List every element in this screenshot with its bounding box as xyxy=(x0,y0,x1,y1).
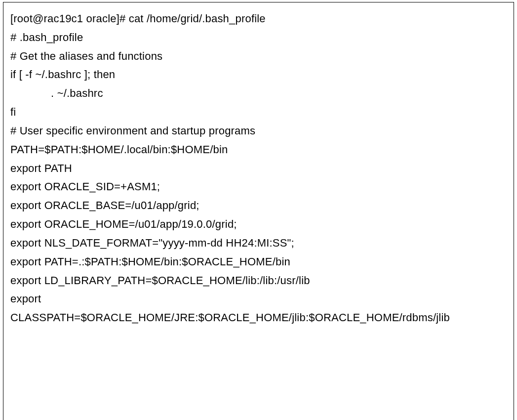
terminal-line: # Get the aliases and functions xyxy=(10,47,507,66)
terminal-line: export LD_LIBRARY_PATH=$ORACLE_HOME/lib:… xyxy=(10,271,507,290)
terminal-line: . ~/.bashrc xyxy=(10,84,507,103)
terminal-line: # .bash_profile xyxy=(10,28,507,47)
terminal-output-box: [root@rac19c1 oracle]# cat /home/grid/.b… xyxy=(3,2,514,420)
terminal-line: export ORACLE_SID=+ASM1; xyxy=(10,177,507,196)
terminal-line: if [ -f ~/.bashrc ]; then xyxy=(10,65,507,84)
terminal-line: CLASSPATH=$ORACLE_HOME/JRE:$ORACLE_HOME/… xyxy=(10,308,507,327)
terminal-line: [root@rac19c1 oracle]# cat /home/grid/.b… xyxy=(10,9,507,28)
terminal-line: fi xyxy=(10,103,507,122)
terminal-line: export xyxy=(10,290,507,308)
terminal-line: export ORACLE_HOME=/u01/app/19.0.0/grid; xyxy=(10,215,507,234)
terminal-line: export PATH xyxy=(10,159,507,178)
terminal-line: export ORACLE_BASE=/u01/app/grid; xyxy=(10,196,507,215)
terminal-line: export PATH=.:$PATH:$HOME/bin:$ORACLE_HO… xyxy=(10,252,507,271)
terminal-line: export NLS_DATE_FORMAT="yyyy-mm-dd HH24:… xyxy=(10,234,507,252)
terminal-line: # User specific environment and startup … xyxy=(10,122,507,140)
terminal-line: PATH=$PATH:$HOME/.local/bin:$HOME/bin xyxy=(10,140,507,159)
